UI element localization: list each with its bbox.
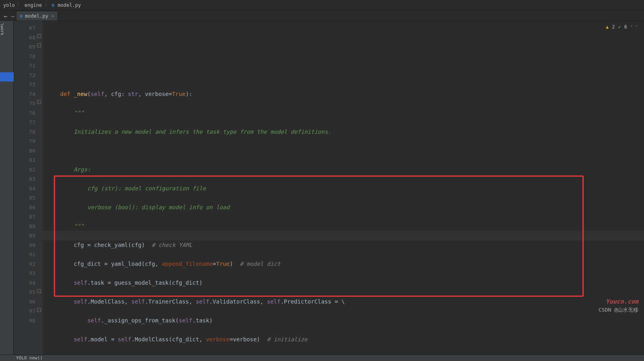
back-button[interactable]: ← xyxy=(2,12,10,20)
python-file-icon: ⚙ xyxy=(20,13,23,19)
status-bar: YOLO new() xyxy=(0,355,644,361)
editor-tab-active[interactable]: ⚙ model.py ✕ xyxy=(16,11,58,20)
current-line-highlight xyxy=(43,231,644,241)
code-line: cfg (str): model configuration file xyxy=(47,184,644,194)
code-line: verbose (bool): display model info on lo… xyxy=(47,203,644,212)
ok-count: 6 xyxy=(624,22,627,32)
inspection-widget[interactable]: ▲2 ✔6 ˄ ˅ xyxy=(606,22,638,32)
breadcrumb-item[interactable]: engine xyxy=(25,2,42,8)
code-line: """ xyxy=(47,108,644,118)
code-line: self._assign_ops_from_task(self.task) xyxy=(47,316,644,326)
fold-icon[interactable]: − xyxy=(37,34,41,38)
code-line: """ xyxy=(47,222,644,231)
breadcrumb-sep: 〉 xyxy=(17,2,22,8)
chevron-up-icon[interactable]: ˄ xyxy=(630,22,632,32)
breadcrumb-item[interactable]: yolo xyxy=(3,2,15,8)
editor-tab-row: ← — ⚙ model.py ✕ xyxy=(0,10,644,21)
breadcrumb-item[interactable]: model.py xyxy=(58,2,81,8)
fold-icon[interactable]: − xyxy=(37,43,41,47)
editor-area[interactable]: 67 68 69 70 71 72 73 74 75 76 77 78 79 8… xyxy=(14,21,644,355)
fold-icon[interactable]: − xyxy=(37,289,41,293)
code-viewport[interactable]: ▲2 ✔6 ˄ ˅ def _new(self, cfg: str, verbo… xyxy=(43,21,644,355)
code-line: def _new(self, cfg: str, verbose=True): xyxy=(47,90,644,99)
breadcrumb-bar: yolo 〉 engine 〉 ⚙ model.py xyxy=(0,0,644,10)
project-tool-strip[interactable]: \work xyxy=(0,21,14,355)
watermark-author: CSDN @山水无移 xyxy=(599,305,638,315)
sidebar-selection xyxy=(0,72,14,82)
fold-icon[interactable]: − xyxy=(37,100,41,104)
collapse-button[interactable]: — xyxy=(9,12,17,20)
code-line xyxy=(47,146,644,156)
code-line xyxy=(47,71,644,80)
python-file-icon: ⚙ xyxy=(51,2,54,8)
code-line: self.task = guess_model_task(cfg_dict) xyxy=(47,278,644,288)
close-tab-icon[interactable]: ✕ xyxy=(51,13,54,18)
tab-label: model.py xyxy=(25,13,48,19)
code-line: cfg = check_yaml(cfg) # check YAML xyxy=(47,241,644,250)
breadcrumb-sep: 〉 xyxy=(44,2,49,8)
line-number-gutter[interactable]: 67 68 69 70 71 72 73 74 75 76 77 78 79 8… xyxy=(14,21,43,355)
chevron-down-icon[interactable]: ˅ xyxy=(636,22,638,32)
code-line: Args: xyxy=(47,165,644,175)
fold-icon[interactable]: − xyxy=(37,308,41,312)
status-context: YOLO new() xyxy=(16,355,43,361)
warning-count: 2 xyxy=(612,22,615,32)
project-path-label: \work xyxy=(0,23,4,35)
code-line: self.model = self.ModelClass(cfg_dict, v… xyxy=(47,335,644,345)
ok-icon: ✔ xyxy=(618,22,621,32)
code-line: cfg_dict = yaml_load(cfg, append_filenam… xyxy=(47,259,644,269)
code-line: self.ModelClass, self.TrainerClass, self… xyxy=(47,297,644,307)
warning-icon: ▲ xyxy=(606,22,609,32)
code-line: Initializes a new model and infers the t… xyxy=(47,127,644,137)
